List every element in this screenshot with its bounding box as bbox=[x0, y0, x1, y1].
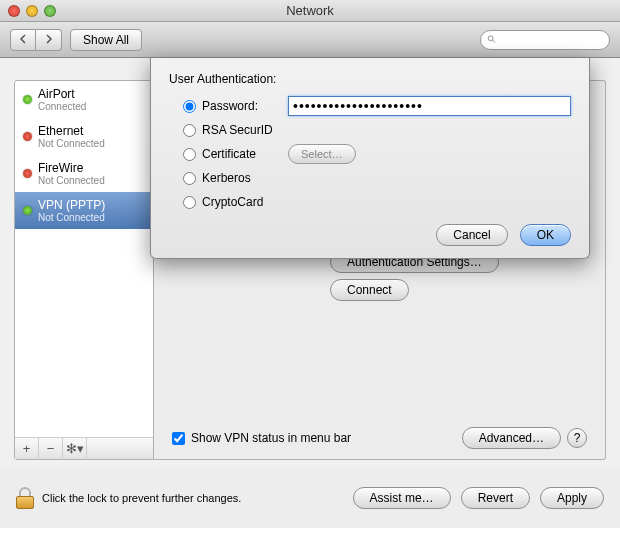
lock-text: Click the lock to prevent further change… bbox=[42, 492, 241, 504]
auth-radio-cryptocard[interactable] bbox=[183, 196, 196, 209]
window-title: Network bbox=[0, 3, 620, 18]
auth-sheet: User Authentication: Password: RSA Secur… bbox=[150, 58, 590, 259]
remove-service-button[interactable]: − bbox=[39, 438, 63, 460]
certificate-select-button[interactable]: Select… bbox=[288, 144, 356, 164]
status-dot-icon bbox=[23, 206, 32, 215]
auth-label-cryptocard: CryptoCard bbox=[202, 195, 282, 209]
service-item-vpn[interactable]: VPN (PPTP) Not Connected bbox=[15, 192, 153, 229]
back-button[interactable] bbox=[10, 29, 36, 51]
show-vpn-checkbox-input[interactable] bbox=[172, 432, 185, 445]
revert-button[interactable]: Revert bbox=[461, 487, 530, 509]
assist-button[interactable]: Assist me… bbox=[353, 487, 451, 509]
status-dot-icon bbox=[23, 95, 32, 104]
auth-label-password: Password: bbox=[202, 99, 282, 113]
auth-radio-password[interactable] bbox=[183, 100, 196, 113]
service-item-ethernet[interactable]: Ethernet Not Connected bbox=[15, 118, 153, 155]
auth-label-kerberos: Kerberos bbox=[202, 171, 282, 185]
sheet-cancel-button[interactable]: Cancel bbox=[436, 224, 507, 246]
service-status: Not Connected bbox=[38, 212, 105, 223]
service-status: Not Connected bbox=[38, 138, 105, 149]
service-name: AirPort bbox=[38, 87, 86, 101]
auth-radio-certificate[interactable] bbox=[183, 148, 196, 161]
toolbar: Show All bbox=[0, 22, 620, 58]
status-dot-icon bbox=[23, 169, 32, 178]
service-name: FireWire bbox=[38, 161, 105, 175]
add-service-button[interactable]: + bbox=[15, 438, 39, 460]
advanced-button[interactable]: Advanced… bbox=[462, 427, 561, 449]
service-status: Connected bbox=[38, 101, 86, 112]
service-actions-button[interactable]: ✻▾ bbox=[63, 438, 87, 460]
sheet-ok-button[interactable]: OK bbox=[520, 224, 571, 246]
search-icon bbox=[487, 34, 497, 45]
auth-radio-rsa[interactable] bbox=[183, 124, 196, 137]
svg-line-1 bbox=[492, 40, 494, 42]
svg-point-0 bbox=[488, 36, 493, 41]
main-panel: AirPort Connected Ethernet Not Connected… bbox=[0, 58, 620, 468]
show-vpn-checkbox[interactable]: Show VPN status in menu bar bbox=[172, 431, 351, 445]
service-sidebar: AirPort Connected Ethernet Not Connected… bbox=[14, 80, 154, 460]
auth-sheet-title: User Authentication: bbox=[169, 72, 571, 86]
service-status: Not Connected bbox=[38, 175, 105, 186]
service-name: VPN (PPTP) bbox=[38, 198, 105, 212]
password-input[interactable] bbox=[288, 96, 571, 116]
search-field[interactable] bbox=[480, 30, 610, 50]
sidebar-footer: + − ✻▾ bbox=[15, 437, 153, 459]
titlebar: Network bbox=[0, 0, 620, 22]
service-item-airport[interactable]: AirPort Connected bbox=[15, 81, 153, 118]
window-footer: Click the lock to prevent further change… bbox=[0, 468, 620, 528]
connect-button[interactable]: Connect bbox=[330, 279, 409, 301]
auth-label-certificate: Certificate bbox=[202, 147, 282, 161]
help-button[interactable]: ? bbox=[567, 428, 587, 448]
show-all-button[interactable]: Show All bbox=[70, 29, 142, 51]
auth-radio-kerberos[interactable] bbox=[183, 172, 196, 185]
status-dot-icon bbox=[23, 132, 32, 141]
forward-button[interactable] bbox=[36, 29, 62, 51]
service-list: AirPort Connected Ethernet Not Connected… bbox=[15, 81, 153, 437]
nav-buttons bbox=[10, 29, 62, 51]
service-name: Ethernet bbox=[38, 124, 105, 138]
search-input[interactable] bbox=[501, 34, 603, 46]
auth-label-rsa: RSA SecurID bbox=[202, 123, 282, 137]
service-item-firewire[interactable]: FireWire Not Connected bbox=[15, 155, 153, 192]
lock-icon[interactable] bbox=[16, 487, 34, 509]
apply-button[interactable]: Apply bbox=[540, 487, 604, 509]
